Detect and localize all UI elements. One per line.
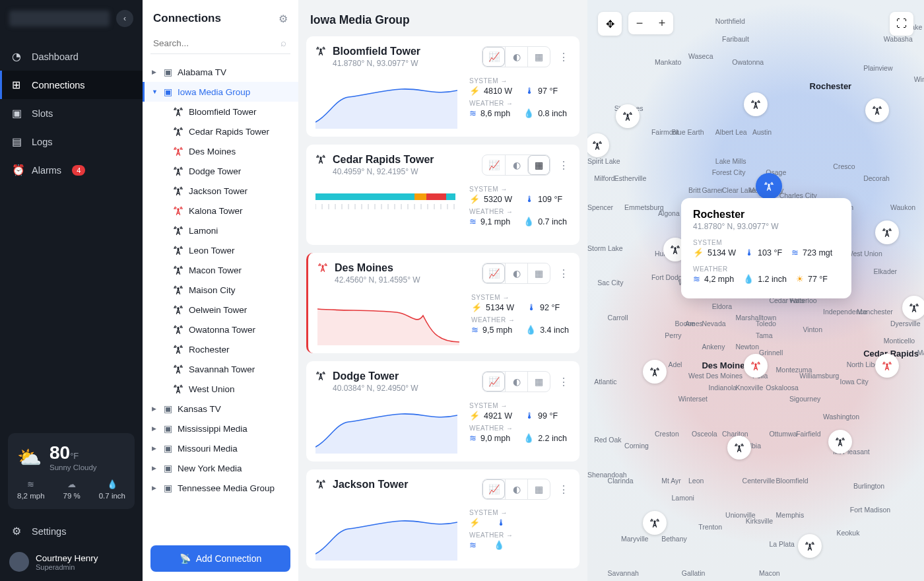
map-city-label: Keokuk bbox=[836, 529, 859, 537]
group-title: Iowa Media Group bbox=[306, 0, 579, 36]
tower-row[interactable]: Savannah Tower bbox=[143, 359, 298, 379]
card-title: Cedar Rapids Tower bbox=[333, 154, 434, 166]
map-city-label: Bethany bbox=[661, 535, 687, 543]
card-more-button[interactable]: ⋮ bbox=[557, 159, 570, 172]
map-pin[interactable] bbox=[643, 511, 667, 535]
map-city-label: Trenton bbox=[698, 523, 722, 531]
view-gauge-button[interactable]: ◐ bbox=[505, 372, 527, 392]
view-bar-button[interactable]: ▦ bbox=[527, 372, 550, 392]
map-pin[interactable] bbox=[875, 221, 899, 244]
sidebar-item-logs[interactable]: ▤Logs bbox=[0, 127, 143, 156]
tower-icon bbox=[670, 244, 680, 255]
card-chart bbox=[315, 508, 457, 561]
tower-row[interactable]: Owatonna Tower bbox=[143, 320, 298, 339]
group-row[interactable]: ▼▣Iowa Media Group bbox=[143, 82, 298, 102]
card-more-button[interactable]: ⋮ bbox=[557, 51, 570, 63]
add-connection-label: Add Connection bbox=[196, 553, 262, 564]
user-row[interactable]: Courtney Henry Superadmin bbox=[0, 545, 143, 581]
map-city-label: Knoxville bbox=[735, 384, 763, 392]
map-pin[interactable] bbox=[643, 360, 667, 384]
group-row[interactable]: ▶▣Mississippi Media bbox=[143, 419, 298, 438]
sidebar-item-dashboard[interactable]: ◔Dashboard bbox=[0, 42, 143, 71]
map-city-label: Lamoni bbox=[672, 494, 694, 502]
slots-icon: ▣ bbox=[12, 107, 24, 120]
rain-icon: 💧 bbox=[523, 108, 534, 118]
tower-row[interactable]: Bloomfield Tower bbox=[143, 102, 298, 121]
view-bar-button[interactable]: ▦ bbox=[527, 47, 550, 67]
tower-row[interactable]: Dodge Tower bbox=[143, 161, 298, 181]
group-row[interactable]: ▶▣Alabama TV bbox=[143, 62, 298, 82]
metric-temp: 99 °F bbox=[538, 411, 558, 421]
tower-name: West Union bbox=[189, 384, 235, 394]
card-more-button[interactable]: ⋮ bbox=[557, 376, 570, 388]
view-gauge-button[interactable]: ◐ bbox=[505, 47, 527, 67]
view-line-button[interactable]: 📈 bbox=[482, 155, 505, 175]
view-gauge-button[interactable]: ◐ bbox=[505, 479, 527, 499]
map-pin[interactable] bbox=[902, 296, 924, 320]
filter-icon[interactable]: ⚙ bbox=[279, 13, 288, 25]
map-pin[interactable] bbox=[616, 104, 640, 128]
rain-icon: 💧 bbox=[99, 479, 125, 489]
card-more-button[interactable]: ⋮ bbox=[557, 483, 570, 496]
group-row[interactable]: ▶▣Kansas TV bbox=[143, 399, 298, 419]
tower-row[interactable]: West Union bbox=[143, 379, 298, 399]
view-gauge-button[interactable]: ◐ bbox=[505, 155, 527, 175]
map-city-label: Clarinda bbox=[608, 477, 634, 485]
brand-logo bbox=[9, 11, 110, 26]
search-input[interactable] bbox=[150, 33, 290, 54]
metric-wind: 9,5 mph bbox=[482, 325, 512, 335]
map-pin[interactable] bbox=[798, 534, 822, 558]
tower-row[interactable]: Lamoni bbox=[143, 221, 298, 240]
group-row[interactable]: ▶▣Tennessee Media Group bbox=[143, 478, 298, 498]
zoom-out-button[interactable]: − bbox=[628, 12, 651, 34]
map-pin[interactable] bbox=[865, 98, 889, 122]
tower-row[interactable]: Des Moines bbox=[143, 141, 298, 161]
view-bar-button[interactable]: ▦ bbox=[527, 155, 550, 175]
collapse-sidebar-button[interactable]: ‹ bbox=[116, 10, 133, 27]
zoom-in-button[interactable]: + bbox=[651, 12, 673, 34]
tower-row[interactable]: Jackson Tower bbox=[143, 181, 298, 201]
tower-row[interactable]: Kalona Tower bbox=[143, 201, 298, 221]
sidebar-item-alarms[interactable]: ⏰Alarms4 bbox=[0, 156, 143, 184]
map-pin[interactable] bbox=[744, 92, 768, 116]
view-line-button[interactable]: 📈 bbox=[482, 372, 505, 392]
tower-icon bbox=[750, 99, 761, 110]
sidebar-item-slots[interactable]: ▣Slots bbox=[0, 99, 143, 127]
tower-row[interactable]: Macon Tower bbox=[143, 260, 298, 280]
tower-row[interactable]: Leon Tower bbox=[143, 240, 298, 260]
map-panel[interactable]: RochesterMankatoSt JamesFairmontBlue Ear… bbox=[587, 0, 924, 581]
map-city-label: Plainview bbox=[863, 64, 892, 72]
view-bar-button[interactable]: ▦ bbox=[527, 479, 550, 499]
tower-icon bbox=[872, 105, 882, 116]
sidebar-item-connections[interactable]: ⊞Connections bbox=[0, 71, 143, 99]
map-pin[interactable] bbox=[744, 354, 768, 378]
view-gauge-button[interactable]: ◐ bbox=[505, 263, 527, 283]
tower-row[interactable]: Rochester bbox=[143, 339, 298, 359]
view-toggle: 📈◐▦ bbox=[482, 479, 550, 500]
view-line-button[interactable]: 📈 bbox=[482, 479, 505, 499]
tower-icon bbox=[173, 205, 183, 216]
map-city-label: Britt bbox=[688, 186, 701, 194]
map-pin[interactable] bbox=[828, 430, 852, 454]
towers-panel: Iowa Media Group Bloomfield Tower41.8780… bbox=[298, 0, 587, 581]
add-connection-button[interactable]: 📡 Add Connection bbox=[150, 545, 290, 572]
map-pin[interactable] bbox=[756, 173, 782, 199]
tower-row[interactable]: Cedar Rapids Tower bbox=[143, 121, 298, 141]
group-row[interactable]: ▶▣Missouri Media bbox=[143, 438, 298, 458]
tower-card: Bloomfield Tower41.8780° N, 93.0977° W📈◐… bbox=[306, 36, 579, 137]
map-pin[interactable] bbox=[727, 436, 751, 460]
group-row[interactable]: ▶▣New York Media bbox=[143, 458, 298, 478]
tower-card: Dodge Tower40.0384° N, 92.4950° W📈◐▦⋮SYS… bbox=[306, 361, 579, 461]
view-line-button[interactable]: 📈 bbox=[482, 47, 505, 67]
tower-row[interactable]: Maison City bbox=[143, 280, 298, 300]
sidebar-item-settings[interactable]: ⚙ Settings bbox=[0, 517, 143, 545]
map-popup: Rochester 41.8780° N, 93.0977° W SYSTEM … bbox=[681, 198, 851, 298]
card-more-button[interactable]: ⋮ bbox=[557, 267, 570, 280]
map-pan-control[interactable]: ✥ bbox=[598, 12, 622, 36]
view-bar-button[interactable]: ▦ bbox=[527, 263, 550, 283]
map-pin[interactable] bbox=[875, 354, 899, 378]
tower-row[interactable]: Oelwein Tower bbox=[143, 300, 298, 320]
map-fullscreen-button[interactable]: ⛶ bbox=[890, 12, 913, 36]
view-line-button[interactable]: 📈 bbox=[482, 263, 505, 283]
tower-card: Cedar Rapids Tower40.4959° N, 92.4195° W… bbox=[306, 145, 579, 245]
